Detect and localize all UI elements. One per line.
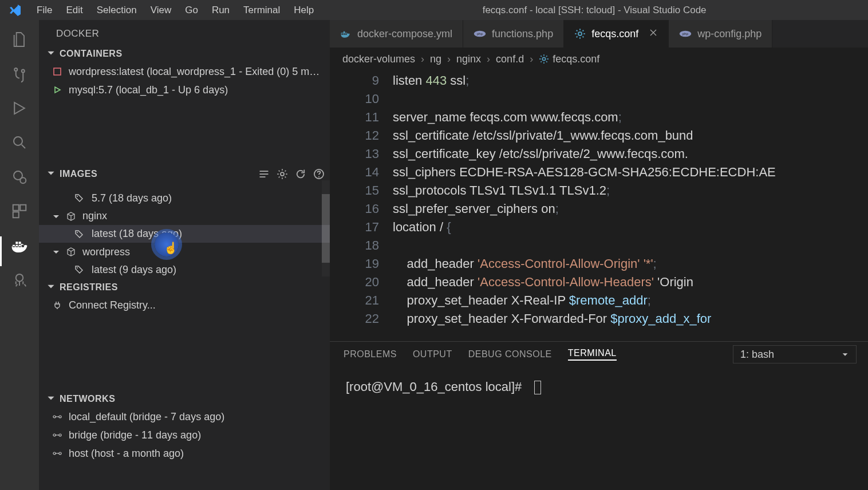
titlebar: File Edit Selection View Go Run Terminal… <box>0 0 868 20</box>
tab-functions-php[interactable]: php functions.php <box>463 20 564 48</box>
svg-point-19 <box>578 32 582 35</box>
plug-icon <box>50 301 64 310</box>
svg-point-14 <box>59 434 61 436</box>
image-tag-row[interactable]: latest (9 days ago) <box>39 261 330 279</box>
chevron-down-icon <box>50 212 62 221</box>
container-row[interactable]: wordpress:latest (local_wordpress_1 - Ex… <box>39 62 330 81</box>
window-title: fecqs.conf - local [SSH: tcloud] - Visua… <box>321 5 868 16</box>
btab-problems[interactable]: PROBLEMS <box>344 349 397 359</box>
svg-point-10 <box>77 267 78 268</box>
terminal-selector[interactable]: 1: bash <box>733 345 857 363</box>
editor-body[interactable]: 910111213141516171819202122 listen 443 s… <box>330 70 868 341</box>
play-icon <box>50 86 64 94</box>
connect-registry[interactable]: Connect Registry... <box>39 296 330 314</box>
breadcrumbs[interactable]: docker-volumes› ng› nginx› conf.d› fecqs… <box>330 48 868 70</box>
image-tag-row[interactable]: latest (18 days ago) <box>39 225 330 243</box>
tag-icon <box>72 193 86 203</box>
section-images-label: IMAGES <box>60 169 252 179</box>
gear-icon[interactable] <box>276 168 289 180</box>
svg-point-3 <box>16 274 23 282</box>
section-networks-header[interactable]: NETWORKS <box>39 390 330 408</box>
docker-panel: DOCKER CONTAINERS wordpress:latest (loca… <box>39 20 330 490</box>
bottom-panel: PROBLEMS OUTPUT DEBUG CONSOLE TERMINAL 1… <box>330 341 868 490</box>
section-registries-header[interactable]: REGISTRIES <box>39 279 330 296</box>
network-row[interactable]: local_default (bridge - 7 days ago) <box>39 408 330 426</box>
activity-scm-icon[interactable] <box>10 65 29 83</box>
activity-remote-icon[interactable] <box>10 168 29 186</box>
menu-go[interactable]: Go <box>178 5 205 16</box>
container-row[interactable]: mysql:5.7 (local_db_1 - Up 6 days) <box>39 81 330 99</box>
breadcrumb-item[interactable]: fecqs.conf <box>553 53 599 65</box>
menu-help[interactable]: Help <box>287 5 321 16</box>
help-icon[interactable] <box>313 168 325 180</box>
image-group-row[interactable]: nginx <box>39 207 330 225</box>
activity-search-icon[interactable] <box>10 133 29 152</box>
svg-rect-4 <box>54 68 61 75</box>
container-label: wordpress:latest (local_wordpress_1 - Ex… <box>69 66 319 78</box>
svg-point-8 <box>77 196 78 197</box>
image-name-cut: mysql <box>85 183 112 183</box>
network-row[interactable]: host (host - a month ago) <box>39 444 330 463</box>
svg-point-16 <box>59 452 61 455</box>
refresh-icon[interactable] <box>294 168 307 180</box>
images-list: mysql 5.7 (18 days ago) nginx latest (18… <box>39 183 330 279</box>
section-containers-header[interactable]: CONTAINERS <box>39 45 330 62</box>
connect-registry-label: Connect Registry... <box>69 299 156 311</box>
breadcrumb-item[interactable]: nginx <box>456 53 481 65</box>
images-scrollbar-thumb[interactable] <box>322 194 330 263</box>
tab-docker-compose[interactable]: docker-compose.yml <box>330 20 463 48</box>
image-tag-row[interactable]: 5.7 (18 days ago) <box>39 189 330 207</box>
breadcrumb-item[interactable]: docker-volumes <box>342 53 415 65</box>
chevron-down-icon <box>46 48 56 60</box>
activity-docker-icon[interactable] <box>10 236 29 255</box>
image-tag-label: 5.7 (18 days ago) <box>92 192 172 204</box>
terminal-cursor <box>534 381 541 394</box>
stop-icon <box>50 68 64 76</box>
activity-explorer-icon[interactable] <box>10 30 29 49</box>
svg-point-12 <box>59 416 61 418</box>
terminal-body[interactable]: [root@VM_0_16_centos local]# <box>330 367 868 490</box>
svg-text:php: php <box>682 32 689 35</box>
svg-point-13 <box>53 434 56 436</box>
activity-extra-icon[interactable] <box>10 271 29 289</box>
menu-terminal[interactable]: Terminal <box>236 5 287 16</box>
activity-run-icon[interactable] <box>10 99 29 117</box>
network-label: host (host - a month ago) <box>69 448 184 460</box>
section-images-header[interactable]: IMAGES <box>39 165 330 183</box>
menu-run[interactable]: Run <box>205 5 236 16</box>
image-group-row[interactable]: wordpress <box>39 243 330 260</box>
main-menu: File Edit Selection View Go Run Terminal… <box>30 5 321 16</box>
menu-file[interactable]: File <box>30 5 59 16</box>
menu-selection[interactable]: Selection <box>90 5 144 16</box>
tab-label: wp-config.php <box>697 28 762 40</box>
menu-view[interactable]: View <box>144 5 179 16</box>
network-icon <box>50 449 64 458</box>
list-icon[interactable] <box>258 168 270 180</box>
php-file-icon: php <box>474 29 486 38</box>
svg-point-2 <box>20 177 26 183</box>
tab-label: functions.php <box>492 28 553 40</box>
svg-text:php: php <box>477 32 483 35</box>
tag-icon <box>72 265 86 274</box>
breadcrumb-item[interactable]: ng <box>430 53 441 65</box>
tab-wp-config-php[interactable]: php wp-config.php <box>669 20 772 48</box>
breadcrumb-item[interactable]: conf.d <box>496 53 524 65</box>
code-content[interactable]: listen 443 ssl;server_name fecqs.com www… <box>393 70 868 341</box>
close-icon[interactable] <box>649 28 658 40</box>
image-name: wordpress <box>82 246 130 258</box>
image-name: nginx <box>82 210 107 222</box>
btab-output[interactable]: OUTPUT <box>413 349 452 359</box>
tab-fecqs-conf[interactable]: fecqs.conf <box>564 20 669 48</box>
chevron-down-icon <box>50 247 62 256</box>
network-row[interactable]: bridge (bridge - 11 days ago) <box>39 426 330 444</box>
cube-icon <box>64 247 78 256</box>
activity-extensions-icon[interactable] <box>10 202 29 220</box>
chevron-down-icon <box>46 393 56 405</box>
image-group-cut: mysql <box>39 183 330 189</box>
svg-point-5 <box>281 172 284 176</box>
section-containers-label: CONTAINERS <box>60 49 325 59</box>
btab-terminal[interactable]: TERMINAL <box>568 348 617 361</box>
btab-debug[interactable]: DEBUG CONSOLE <box>468 349 552 359</box>
container-label: mysql:5.7 (local_db_1 - Up 6 days) <box>69 84 228 96</box>
menu-edit[interactable]: Edit <box>59 5 89 16</box>
